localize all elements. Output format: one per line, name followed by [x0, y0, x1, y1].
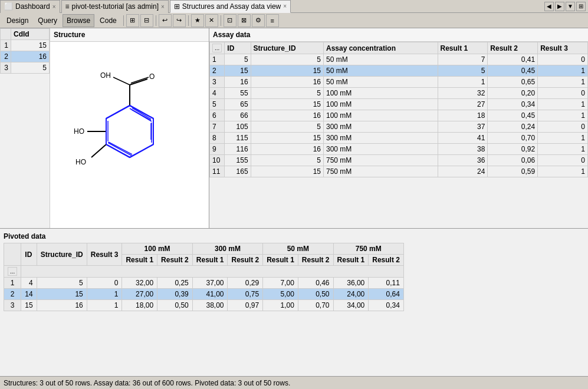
cdid-row[interactable]: 3 5	[1, 62, 50, 74]
assay-row[interactable]: 1 5 5 50 mM 7 0,41 0	[210, 54, 588, 65]
tb-forward[interactable]: ↪	[173, 14, 186, 27]
assay-conc: 100 mM	[323, 88, 438, 99]
tab-nav-prev[interactable]: ◀	[544, 2, 554, 11]
assay-r1: 32	[438, 88, 488, 99]
assay-rn: 9	[210, 144, 225, 155]
assay-rn: 6	[210, 110, 225, 121]
assay-r3: 1	[538, 77, 588, 88]
tab-icon: ⬜	[4, 2, 13, 11]
assay-row[interactable]: 8 115 15 300 mM 41 0,70 1	[210, 133, 588, 144]
assay-row[interactable]: 6 66 16 100 mM 18 0,45 1	[210, 110, 588, 121]
assay-row[interactable]: 11 165 15 750 mM 24 0,59 1	[210, 166, 588, 177]
assay-label: Assay data	[209, 28, 588, 42]
tab-pivot-tutorial[interactable]: ≡ pivot-test-tutorial [as admin] ×	[61, 0, 169, 13]
cdid-value: 5	[11, 62, 50, 74]
tab-nav-menu[interactable]: ⊞	[576, 2, 586, 11]
tab-icon: ≡	[65, 2, 70, 11]
svg-line-9	[131, 77, 149, 83]
cdid-row[interactable]: 2 16	[1, 51, 50, 62]
svg-line-18	[130, 106, 153, 118]
tab-structures-assay[interactable]: ⊞ Structures and Assay data view ×	[170, 0, 291, 13]
cdid-row[interactable]: 1 15	[1, 40, 50, 51]
pivot-label: Pivoted data	[4, 232, 584, 240]
tab-nav-next[interactable]: ▶	[555, 2, 564, 11]
assay-conc: 100 mM	[323, 110, 438, 121]
pivot-750-r1-val: 34,00	[333, 300, 369, 311]
assay-row[interactable]: 7 105 5 300 mM 37 0,24 0	[210, 121, 588, 133]
pivot-structid: 15	[37, 289, 87, 300]
menu-query[interactable]: Query	[34, 14, 61, 27]
pivot-750-r1: Result 1	[333, 255, 369, 266]
menu-design[interactable]: Design	[2, 14, 32, 27]
tb-list[interactable]: ≡	[266, 14, 279, 27]
tb-close[interactable]: ✕	[205, 14, 218, 27]
assay-rn: 5	[210, 99, 225, 110]
menu-code[interactable]: Code	[96, 14, 121, 27]
assay-row[interactable]: 3 16 16 50 mM 1 0,65 1	[210, 77, 588, 88]
pivot-structid-header: Structure_ID	[37, 243, 87, 266]
sep3	[188, 15, 189, 26]
pivot-50-r2-val: 0,70	[298, 300, 333, 311]
tab-close-structures[interactable]: ×	[283, 3, 287, 9]
tb-grid1[interactable]: ⊞	[126, 14, 139, 27]
pivot-row[interactable]: 1 4 5 0 32,00 0,25 37,00 0,29 7,00 0,4	[4, 278, 404, 289]
assay-row[interactable]: 10 155 5 750 mM 36 0,06 0	[210, 155, 588, 166]
pivot-rn-header	[4, 243, 21, 266]
assay-struct-id: 16	[251, 144, 323, 155]
tb-box1[interactable]: ⊡	[224, 14, 236, 27]
pivot-300mm-header: 300 mM	[192, 243, 262, 255]
pivot-750-r1-val: 24,00	[333, 289, 369, 300]
pivot-50-r1-val: 5,00	[263, 289, 298, 300]
pivot-row[interactable]: 2 14 15 1 27,00 0,39 41,00 0,75 5,00 0	[4, 289, 404, 300]
tb-back[interactable]: ↩	[159, 14, 172, 27]
cdid-value: 16	[11, 51, 50, 62]
tb-box2[interactable]: ⊠	[238, 14, 251, 27]
pivot-table: ID Structure_ID Result 3 100 mM 300 mM 5…	[4, 243, 404, 311]
assay-r3: 0	[538, 155, 588, 166]
pivot-50-r2-val: 0,46	[298, 278, 333, 289]
tb-star[interactable]: ★	[191, 14, 204, 27]
assay-id: 15	[225, 65, 251, 77]
tab-label: Dashboard	[15, 2, 50, 11]
structure-inner: CdId 1 152 163 5 Structure	[0, 28, 209, 228]
assay-r1: 7	[438, 54, 488, 65]
assay-row[interactable]: 4 55 5 100 mM 32 0,20 0	[210, 88, 588, 99]
structure-label: Structure	[50, 28, 209, 42]
pivot-100mm-header: 100 mM	[122, 243, 192, 255]
pivot-section: Pivoted data ID Structure_ID Result 3 10…	[0, 229, 588, 376]
tab-nav-dropdown[interactable]: ▼	[566, 2, 575, 11]
menu-browse[interactable]: Browse	[63, 14, 94, 27]
tab-close-dashboard[interactable]: ×	[52, 4, 56, 10]
svg-line-16	[91, 144, 106, 157]
assay-more-btn[interactable]: ...	[212, 44, 222, 52]
svg-text:O: O	[149, 72, 155, 81]
pivot-more-btn[interactable]: ...	[8, 267, 17, 276]
assay-r3: 1	[538, 144, 588, 155]
pivot-100-r2-val: 0,39	[157, 289, 193, 300]
svg-line-8	[130, 79, 147, 85]
assay-conc: 50 mM	[323, 65, 438, 77]
cdid-row-num: 3	[1, 62, 11, 74]
pivot-row[interactable]: 3 15 16 1 18,00 0,50 38,00 0,97 1,00 0	[4, 300, 404, 311]
assay-struct-id: 5	[251, 54, 323, 65]
assay-conc: 300 mM	[323, 144, 438, 155]
pivot-750-r2-val: 0,11	[369, 278, 404, 289]
tab-close-pivot[interactable]: ×	[161, 4, 165, 10]
assay-row[interactable]: 2 15 15 50 mM 5 0,45 1	[210, 65, 588, 77]
assay-r3: 1	[538, 110, 588, 121]
pivot-100-r2: Result 2	[157, 255, 193, 266]
tb-settings[interactable]: ⚙	[252, 14, 265, 27]
pivot-100-r1: Result 1	[122, 255, 157, 266]
tab-label: pivot-test-tutorial [as admin]	[72, 2, 159, 11]
assay-row[interactable]: 5 65 15 100 mM 27 0,34 1	[210, 99, 588, 110]
assay-conc: 750 mM	[323, 155, 438, 166]
pivot-50-r1-val: 7,00	[263, 278, 298, 289]
assay-r1: 36	[438, 155, 488, 166]
pivot-750-r1-val: 36,00	[333, 278, 369, 289]
pivot-table-container[interactable]: ID Structure_ID Result 3 100 mM 300 mM 5…	[4, 243, 584, 311]
assay-row[interactable]: 9 116 16 300 mM 38 0,92 1	[210, 144, 588, 155]
tab-dashboard[interactable]: ⬜ Dashboard ×	[0, 0, 60, 13]
tb-grid2[interactable]: ⊟	[140, 14, 153, 27]
assay-table-container[interactable]: ... ID Structure_ID Assay concentration …	[209, 42, 588, 228]
pivot-id: 15	[21, 300, 37, 311]
